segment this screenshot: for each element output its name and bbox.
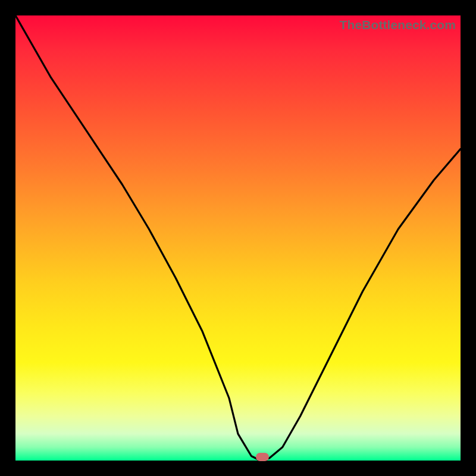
chart-frame: TheBottleneck.com: [0, 0, 476, 476]
watermark-text: TheBottleneck.com: [340, 18, 456, 32]
chart-plot-area: TheBottleneck.com: [15, 15, 461, 461]
curve-path: [15, 15, 461, 461]
optimal-marker: [256, 453, 269, 461]
bottleneck-curve: [15, 15, 461, 461]
